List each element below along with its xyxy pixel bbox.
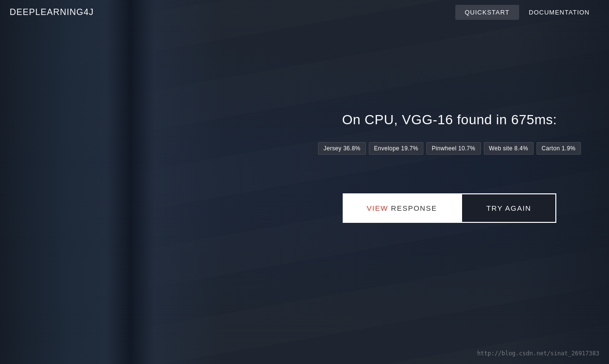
nav-documentation[interactable]: DOCUMENTATION <box>519 5 599 20</box>
try-again-button[interactable]: TRY AGAIN <box>461 193 556 223</box>
footer-url: http://blog.csdn.net/sinat_26917383 <box>477 350 599 357</box>
detection-badges: Jersey 36.8% Envelope 19.7% Pinwheel 10.… <box>318 142 580 155</box>
badge-website: Web site 8.4% <box>484 142 534 155</box>
app-logo: DEEPLEARNING4J <box>10 7 94 17</box>
badge-jersey: Jersey 36.8% <box>318 142 365 155</box>
nav-links: QUICKSTART DOCUMENTATION <box>455 5 600 20</box>
result-heading: On CPU, VGG-16 found in 675ms: <box>342 112 557 128</box>
navigation: DEEPLEARNING4J QUICKSTART DOCUMENTATION <box>0 0 609 24</box>
main-content: On CPU, VGG-16 found in 675ms: Jersey 36… <box>290 0 609 364</box>
view-response-button[interactable]: VIEW RESPONSE <box>343 193 461 223</box>
view-response-label-pre: VIEW <box>367 204 388 212</box>
badge-pinwheel: Pinwheel 10.7% <box>426 142 480 155</box>
nav-quickstart[interactable]: QUICKSTART <box>455 5 520 20</box>
action-buttons: VIEW RESPONSE TRY AGAIN <box>343 193 556 223</box>
badge-envelope: Envelope 19.7% <box>369 142 424 155</box>
view-response-label-post: RESPONSE <box>391 204 437 212</box>
badge-carton: Carton 1.9% <box>536 142 581 155</box>
